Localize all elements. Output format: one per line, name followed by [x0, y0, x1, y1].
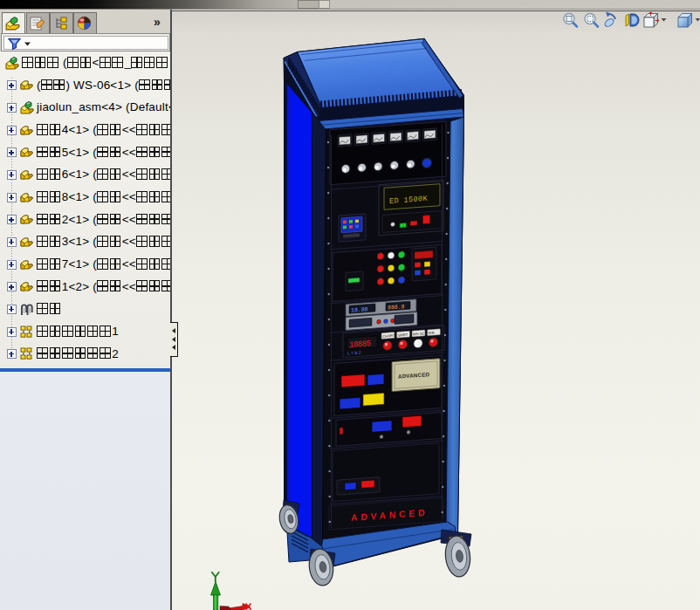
svg-text:SMRT: SMRT: [398, 332, 408, 338]
svg-text:18.88: 18.88: [351, 306, 368, 313]
svg-text:MN SC: MN SC: [413, 331, 424, 336]
svg-text:CHART: CHART: [382, 333, 395, 339]
svg-text:18885: 18885: [349, 339, 371, 350]
svg-text:RIR: RIR: [429, 331, 435, 336]
svg-text:888.8: 888.8: [388, 304, 405, 311]
svg-text:L 7 B 2: L 7 B 2: [347, 350, 361, 356]
